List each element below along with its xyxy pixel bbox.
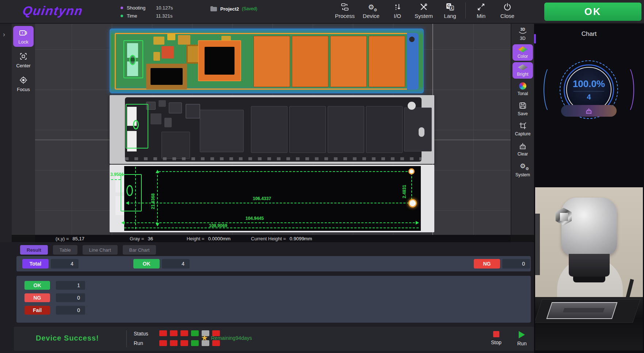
roi-marker <box>129 55 136 65</box>
main-menu: Process ⚙⚙ Device I/O System <box>332 2 521 19</box>
chip <box>164 118 172 127</box>
tool-clear[interactable]: Clear <box>512 140 533 158</box>
menu-system[interactable]: System <box>411 2 437 19</box>
clean-brush-icon <box>519 142 527 150</box>
arrowhead <box>156 223 159 226</box>
stage-sample <box>563 308 605 312</box>
tool-label: Lock <box>18 39 28 45</box>
led <box>159 330 167 336</box>
edge-notch <box>419 127 424 137</box>
clean-brush-icon <box>585 107 592 114</box>
gray-value: 36 <box>148 236 153 241</box>
menu-lang[interactable]: G え Lang <box>437 2 463 19</box>
menu-device[interactable]: ⚙⚙ Device <box>358 2 384 19</box>
tool-capture[interactable]: Capture <box>512 120 533 138</box>
run-button[interactable]: Run <box>517 331 527 346</box>
image-viewport[interactable]: 3.9501 21.8368 106.4337 104.9445 108.906… <box>35 24 511 235</box>
svg-text:え: え <box>450 6 453 10</box>
dimension-line <box>159 171 411 172</box>
gauge-percent: 100.0% <box>573 78 605 90</box>
tool-label: Focus <box>17 87 30 92</box>
tab-table[interactable]: Table <box>53 245 77 255</box>
gauge-count: 4 <box>587 93 591 101</box>
title-bar: Quintynn Shooting 10.127s Time 11.321s P… <box>0 0 644 24</box>
roi-box[interactable] <box>126 104 148 149</box>
tab-result[interactable]: Result <box>20 245 48 255</box>
tab-line-chart[interactable]: Line Chart <box>83 245 118 255</box>
right-toolbar: 3D 3D Color Bright Tonal Save Capture <box>511 24 534 235</box>
tool-center[interactable]: Center <box>13 49 34 71</box>
dimension-line <box>124 228 419 228</box>
stop-icon <box>493 331 499 337</box>
dim-label-mid: 106.4337 <box>253 196 271 201</box>
tool-focus[interactable]: Focus <box>13 73 34 94</box>
detail-ng-badge: NG <box>24 293 50 302</box>
tool-lock[interactable]: Lock <box>13 26 34 47</box>
menu-io[interactable]: I/O <box>384 2 411 19</box>
menu-label: Process <box>335 13 355 19</box>
project-saved-state: (Saved) <box>242 6 257 11</box>
tool-label: Bright <box>517 72 528 77</box>
ok-badge: OK <box>133 259 160 268</box>
stat-label: Shooting <box>127 5 152 11</box>
crop-capture-icon <box>519 122 527 130</box>
chip <box>169 102 182 113</box>
language-icon: G え <box>446 2 454 12</box>
results-tabs: Result Table Line Chart Bar Chart <box>20 245 161 255</box>
dimension-line <box>127 203 416 203</box>
monitor-edge <box>535 214 540 275</box>
dim-label-bottom: 108.9069 <box>209 223 227 228</box>
bright-surface-icon <box>518 64 527 70</box>
led <box>170 330 178 336</box>
tool-system[interactable]: ⚙⚙ System <box>512 160 533 179</box>
tool-label: Capture <box>515 131 531 136</box>
stat-value: 11.321s <box>156 13 172 19</box>
tool-tonal[interactable]: Tonal <box>512 80 533 98</box>
dimension-line <box>123 222 419 223</box>
roi-marker <box>126 185 133 196</box>
stat-label: Time <box>127 13 152 19</box>
ok-value: 4 <box>162 259 190 268</box>
stat-shooting: Shooting 10.127s <box>121 4 173 11</box>
right-panel: Chart 100.0% 4 <box>534 24 644 353</box>
chart-clear-button[interactable] <box>561 105 617 117</box>
camera-lens-ring <box>573 277 605 282</box>
controller-chip <box>200 110 244 152</box>
menu-process[interactable]: Process <box>332 2 358 19</box>
tool-3d[interactable]: 3D 3D <box>512 25 533 43</box>
tool-save[interactable]: Save <box>512 99 533 118</box>
window-minimize[interactable]: Min <box>468 2 494 19</box>
dim-label-height: 21.8368 <box>150 194 156 209</box>
roi-box[interactable] <box>123 40 143 78</box>
board-view-color <box>110 29 424 93</box>
nand-chip <box>366 106 403 153</box>
sidebar-expander-top[interactable]: › <box>3 31 5 38</box>
tool-color[interactable]: Color <box>512 44 533 61</box>
tool-label: Clear <box>518 151 528 157</box>
tab-bar-chart[interactable]: Bar Chart <box>123 245 156 255</box>
arrowhead <box>126 201 129 205</box>
chip <box>153 52 160 61</box>
nand-chip <box>330 36 367 87</box>
project-indicator[interactable]: Project2 (Saved) <box>210 6 257 12</box>
led <box>180 340 188 346</box>
menu-label: I/O <box>394 13 401 19</box>
tool-bright[interactable]: Bright <box>512 62 533 79</box>
ng-value: 0 <box>502 259 530 268</box>
led <box>191 330 199 336</box>
ok-button[interactable]: OK <box>544 3 641 21</box>
nand-chip <box>328 106 364 153</box>
controller-chip <box>198 40 241 81</box>
left-toolbar: Lock Center Focus <box>12 24 35 235</box>
window-close[interactable]: Close <box>494 2 521 19</box>
nand-chip <box>292 36 328 87</box>
solder-pads <box>125 157 422 160</box>
camera-lock-icon <box>19 29 28 37</box>
io-arrows-icon <box>393 2 401 12</box>
stop-button[interactable]: Stop <box>491 331 502 345</box>
detail-ok-badge: OK <box>24 281 50 290</box>
detail-fail-badge: Fail <box>24 306 50 315</box>
minimize-icon <box>477 2 485 12</box>
gauge-divider <box>573 91 604 91</box>
menu-label: Lang <box>444 13 456 19</box>
